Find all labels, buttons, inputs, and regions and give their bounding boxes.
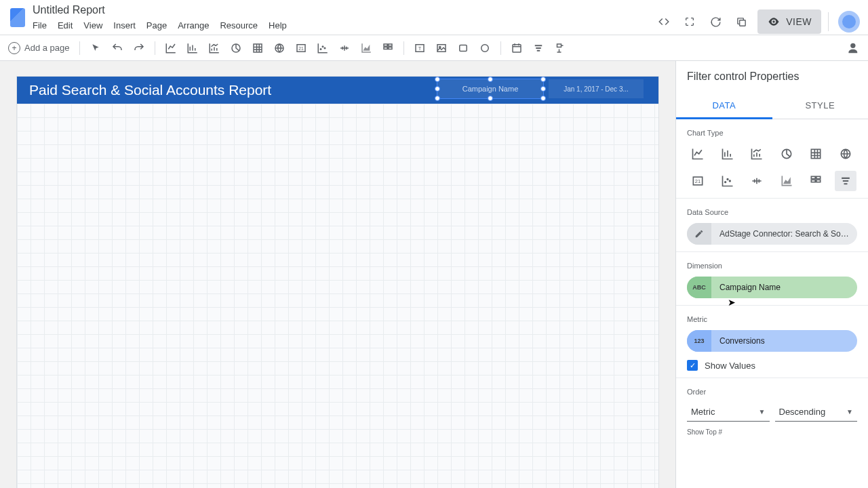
redo-icon[interactable] xyxy=(130,39,148,57)
copy-icon[interactable] xyxy=(732,12,751,31)
metric-field-name: Conversions xyxy=(711,336,773,346)
order-by-dropdown[interactable]: Metric ▼ xyxy=(687,403,770,422)
select-tool-icon[interactable] xyxy=(87,39,104,57)
menu-insert[interactable]: Insert xyxy=(113,20,136,30)
data-source-section: Data Source AdStage Connector: Search & … xyxy=(676,199,868,252)
workspace[interactable]: Paid Search & Social Accounts Report Cam… xyxy=(0,61,675,488)
order-section: Order Metric ▼ Descending ▼ Show Top # xyxy=(676,378,868,443)
app-logo[interactable] xyxy=(5,3,30,33)
bar-chart-icon[interactable] xyxy=(184,39,201,57)
date-range-icon[interactable] xyxy=(508,39,526,57)
ct-combo-icon[interactable] xyxy=(746,144,768,164)
data-source-label: Data Source xyxy=(687,208,857,216)
edit-data-source-icon[interactable] xyxy=(687,223,711,245)
pivot-table-icon[interactable] xyxy=(379,39,397,57)
bullet-chart-icon[interactable] xyxy=(336,39,353,57)
ct-area-icon[interactable] xyxy=(776,171,797,191)
undo-icon[interactable] xyxy=(108,39,126,57)
order-label: Order xyxy=(687,388,857,396)
pie-chart-icon[interactable] xyxy=(227,39,245,57)
svg-text:21: 21 xyxy=(298,46,304,51)
chevron-down-icon: ▼ xyxy=(846,408,853,415)
svg-rect-12 xyxy=(384,47,387,49)
report-canvas[interactable]: Paid Search & Social Accounts Report Cam… xyxy=(16,76,659,488)
data-source-chip[interactable]: AdStage Connector: Search & Soc... xyxy=(687,223,857,245)
add-page-label: Add a page xyxy=(24,43,70,53)
menu-help[interactable]: Help xyxy=(269,20,287,30)
tab-data[interactable]: DATA xyxy=(676,92,772,119)
report-title: Paid Search & Social Accounts Report xyxy=(29,82,271,98)
eye-icon xyxy=(767,15,781,28)
view-button[interactable]: VIEW xyxy=(757,9,821,34)
dimension-field-chip[interactable]: ABC Campaign Name xyxy=(687,277,857,298)
svg-rect-23 xyxy=(811,149,820,158)
ct-table-icon[interactable] xyxy=(805,144,827,164)
ct-pivot-icon[interactable] xyxy=(805,171,827,191)
svg-rect-11 xyxy=(388,44,391,46)
text-box-icon[interactable]: T xyxy=(411,39,429,57)
geo-chart-icon[interactable] xyxy=(271,39,288,57)
filter-control-selected[interactable]: Campaign Name xyxy=(437,79,543,98)
add-people-icon[interactable] xyxy=(841,37,863,59)
menu-edit[interactable]: Edit xyxy=(58,20,73,30)
menu-view[interactable]: View xyxy=(83,20,102,30)
add-page-button[interactable]: + Add a page xyxy=(5,42,73,54)
dimension-type-badge: ABC xyxy=(687,277,711,298)
panel-title: Filter control Properties xyxy=(676,61,868,92)
ct-time-series-icon[interactable] xyxy=(687,144,709,164)
metric-field-chip[interactable]: 123 Conversions xyxy=(687,330,857,352)
user-avatar[interactable] xyxy=(838,11,860,33)
svg-rect-0 xyxy=(739,20,745,26)
date-range-control[interactable]: Jan 1, 2017 - Dec 3... xyxy=(549,79,644,98)
order-by-value: Metric xyxy=(691,407,715,417)
filter-control-label: Campaign Name xyxy=(462,85,519,93)
checkbox-checked-icon[interactable]: ✓ xyxy=(687,360,698,371)
table-icon[interactable] xyxy=(249,39,267,57)
menu-arrange[interactable]: Arrange xyxy=(178,20,209,30)
svg-point-19 xyxy=(481,44,488,52)
svg-point-28 xyxy=(727,179,728,180)
fullscreen-icon[interactable] xyxy=(680,12,699,31)
tab-style[interactable]: STYLE xyxy=(772,92,869,119)
image-icon[interactable] xyxy=(433,39,450,57)
ct-scorecard-icon[interactable]: 21 xyxy=(687,171,709,191)
embed-icon[interactable] xyxy=(654,12,673,31)
ct-scatter-icon[interactable] xyxy=(717,171,738,191)
chart-type-section: Chart Type 21 xyxy=(676,119,868,199)
menu-file[interactable]: File xyxy=(33,20,47,30)
menu-page[interactable]: Page xyxy=(146,20,167,30)
scorecard-icon[interactable]: 21 xyxy=(292,39,310,57)
data-control-icon[interactable] xyxy=(551,39,569,57)
metric-label: Metric xyxy=(687,315,857,323)
show-values-row[interactable]: ✓ Show Values xyxy=(687,360,857,371)
menubar: File Edit View Insert Page Arrange Resou… xyxy=(33,20,654,30)
svg-point-7 xyxy=(320,48,321,49)
svg-point-27 xyxy=(724,182,726,183)
order-direction-dropdown[interactable]: Descending ▼ xyxy=(775,403,858,422)
svg-rect-30 xyxy=(811,176,815,178)
svg-point-21 xyxy=(850,43,855,47)
svg-point-8 xyxy=(322,46,323,47)
document-title[interactable]: Untitled Report xyxy=(33,4,654,16)
line-chart-icon[interactable] xyxy=(162,39,180,57)
ct-bar-icon[interactable] xyxy=(717,144,738,164)
circle-icon[interactable] xyxy=(476,39,494,57)
menu-resource[interactable]: Resource xyxy=(220,20,258,30)
ct-filter-control-icon[interactable] xyxy=(835,171,856,191)
rectangle-icon[interactable] xyxy=(454,39,472,57)
refresh-icon[interactable] xyxy=(706,12,725,31)
scatter-chart-icon[interactable] xyxy=(314,39,332,57)
ct-bullet-icon[interactable] xyxy=(746,171,768,191)
view-button-label: VIEW xyxy=(786,16,812,27)
ct-pie-icon[interactable] xyxy=(776,144,797,164)
order-direction-value: Descending xyxy=(779,407,826,417)
filter-control-icon[interactable] xyxy=(530,39,547,57)
svg-rect-31 xyxy=(816,176,821,178)
chart-type-label: Chart Type xyxy=(687,129,857,137)
combo-chart-icon[interactable] xyxy=(205,39,223,57)
show-top-label: Show Top # xyxy=(687,428,857,436)
ct-geo-icon[interactable] xyxy=(835,144,856,164)
svg-point-9 xyxy=(324,47,326,49)
area-chart-icon[interactable] xyxy=(357,39,375,57)
dimension-section: Dimension ABC Campaign Name xyxy=(676,252,868,306)
